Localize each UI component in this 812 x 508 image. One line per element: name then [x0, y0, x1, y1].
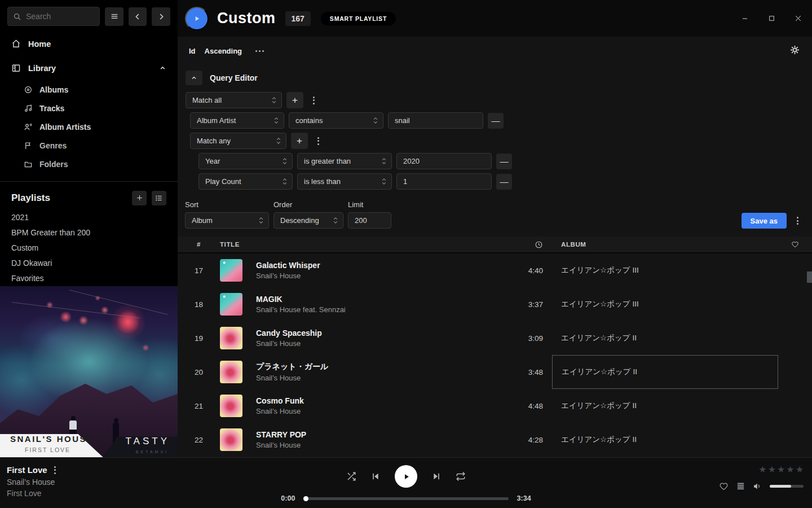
- remove-rule-button[interactable]: —: [496, 174, 512, 190]
- now-playing-title[interactable]: First Love: [7, 465, 47, 475]
- heart-icon: [719, 481, 729, 491]
- previous-button[interactable]: [371, 472, 380, 481]
- nav-back-button[interactable]: [129, 7, 147, 26]
- sort-select[interactable]: Album: [185, 212, 269, 229]
- sort-field-button[interactable]: Id: [189, 47, 196, 55]
- volume-slider[interactable]: [770, 485, 804, 488]
- rule-operator-select[interactable]: is less than: [297, 173, 392, 190]
- sidebar-item-library[interactable]: Library: [0, 59, 178, 77]
- table-row[interactable]: 18 MAGIK Snail’s House feat. Sennzai 3:3…: [178, 287, 812, 321]
- chevron-left-icon: [134, 12, 142, 21]
- nav-forward-button[interactable]: [152, 7, 170, 26]
- rule-field-select[interactable]: Play Count: [198, 173, 293, 190]
- star-icon[interactable]: ★: [796, 465, 804, 474]
- scrollbar-thumb[interactable]: [807, 271, 812, 283]
- volume-button[interactable]: [753, 481, 762, 491]
- track-duration: 4:40: [505, 266, 552, 275]
- menu-button[interactable]: [105, 7, 123, 26]
- playlist-item[interactable]: 2021: [0, 210, 178, 225]
- table-row[interactable]: 21 Cosmo Funk Snail’s House 4:48 エイリアン☆ポ…: [178, 389, 812, 423]
- star-icon[interactable]: ★: [768, 465, 776, 474]
- playlist-list-button[interactable]: [152, 191, 166, 205]
- now-playing-album[interactable]: First Love: [7, 489, 56, 498]
- playlist-item[interactable]: DJ Okawari: [0, 256, 178, 271]
- progress-thumb[interactable]: [303, 496, 308, 501]
- rule-value-input[interactable]: [388, 112, 483, 129]
- select-value: Play Count: [205, 177, 241, 186]
- column-duration[interactable]: [505, 240, 552, 249]
- save-as-button[interactable]: Save as: [742, 213, 787, 229]
- more-options-icon[interactable]: [255, 50, 264, 52]
- now-playing-artist[interactable]: Snail’s House: [7, 478, 56, 487]
- playlists-title: Playlists: [11, 192, 132, 204]
- play-pause-button[interactable]: [395, 465, 417, 488]
- sort-order-button[interactable]: Ascending: [205, 47, 242, 55]
- track-album-focused-cell[interactable]: エイリアン☆ポップ II: [552, 355, 778, 389]
- remove-rule-button[interactable]: —: [496, 154, 512, 169]
- collapse-query-editor-button[interactable]: [186, 71, 202, 85]
- rule-operator-select[interactable]: contains: [289, 112, 383, 129]
- track-cover: [220, 395, 242, 417]
- next-button[interactable]: [432, 472, 441, 481]
- rule-field-select[interactable]: Year: [198, 153, 293, 169]
- now-playing-menu-icon[interactable]: [54, 466, 56, 474]
- star-icon[interactable]: ★: [777, 465, 785, 474]
- select-value: Album Artist: [197, 116, 236, 125]
- limit-input[interactable]: [348, 212, 391, 229]
- playlist-item[interactable]: Favorites: [0, 271, 178, 286]
- table-row[interactable]: 20 プラネット・ガール Snail’s House 3:48 エイリアン☆ポッ…: [178, 355, 812, 389]
- sidebar-item-home[interactable]: Home: [0, 35, 178, 52]
- rule-value-input[interactable]: [396, 153, 492, 169]
- favorite-button[interactable]: [719, 481, 729, 491]
- column-index[interactable]: #: [178, 241, 220, 248]
- query-editor: Query Editor Match all + Album Artist co…: [178, 65, 812, 194]
- add-rule-button[interactable]: +: [286, 92, 303, 108]
- rule-value-input[interactable]: [396, 173, 492, 190]
- gear-icon[interactable]: [790, 45, 800, 56]
- table-row[interactable]: 19 Candy Spaceship Snail’s House 3:09 エイ…: [178, 321, 812, 355]
- queue-button[interactable]: [736, 481, 745, 491]
- sidebar-item-tracks[interactable]: Tracks: [0, 99, 178, 117]
- group-menu-button[interactable]: [312, 133, 324, 149]
- order-select[interactable]: Descending: [273, 212, 343, 229]
- maximize-button[interactable]: [766, 14, 776, 24]
- select-value: is less than: [304, 177, 341, 186]
- playlist-item[interactable]: BPM Greater than 200: [0, 225, 178, 240]
- app-window: Home Library Albums: [0, 0, 812, 508]
- add-group-rule-button[interactable]: +: [291, 133, 308, 149]
- rule-operator-select[interactable]: is greater than: [297, 153, 392, 169]
- chevron-up-icon[interactable]: [159, 64, 166, 72]
- column-favorite[interactable]: [778, 240, 812, 248]
- sidebar-item-folders[interactable]: Folders: [0, 155, 178, 173]
- play-playlist-button[interactable]: [185, 7, 209, 30]
- query-editor-title: Query Editor: [210, 73, 258, 82]
- match-type-select[interactable]: Match all: [186, 92, 282, 108]
- flag-icon: [24, 141, 33, 150]
- rule-group-menu-button[interactable]: [308, 92, 319, 108]
- progress-slider[interactable]: [303, 497, 508, 500]
- repeat-button[interactable]: [456, 471, 466, 481]
- track-cover: [220, 361, 242, 383]
- playlist-item[interactable]: Custom: [0, 240, 178, 256]
- sidebar-item-albums[interactable]: Albums: [0, 80, 178, 99]
- cover-sublabel-text: BETAMXI: [136, 450, 169, 454]
- rule-field-select[interactable]: Album Artist: [190, 112, 284, 129]
- star-icon[interactable]: ★: [758, 465, 766, 474]
- search-box[interactable]: [7, 7, 100, 26]
- close-button[interactable]: [793, 14, 803, 24]
- table-row[interactable]: 17 Galactic Whisper Snail’s House 4:40 エ…: [178, 253, 812, 287]
- now-playing-cover-art[interactable]: SNAIL'S HOUSE FIRST LOVE TASTY BETAMXI: [0, 286, 178, 457]
- group-match-type-select[interactable]: Match any: [190, 133, 286, 149]
- column-album[interactable]: ALBUM: [552, 241, 778, 248]
- remove-rule-button[interactable]: —: [488, 113, 504, 129]
- table-row[interactable]: 22 STARRY POP Snail’s House 4:28 エイリアン☆ポ…: [178, 423, 812, 457]
- sidebar-item-album-artists[interactable]: Album Artists: [0, 117, 178, 136]
- minimize-button[interactable]: [740, 14, 750, 24]
- shuffle-button[interactable]: [346, 471, 356, 481]
- star-icon[interactable]: ★: [786, 465, 794, 474]
- add-playlist-button[interactable]: [132, 191, 147, 205]
- sidebar-item-genres[interactable]: Genres: [0, 136, 178, 155]
- search-input[interactable]: [26, 12, 88, 21]
- save-menu-button[interactable]: [792, 213, 803, 229]
- column-title[interactable]: TITLE: [220, 241, 505, 248]
